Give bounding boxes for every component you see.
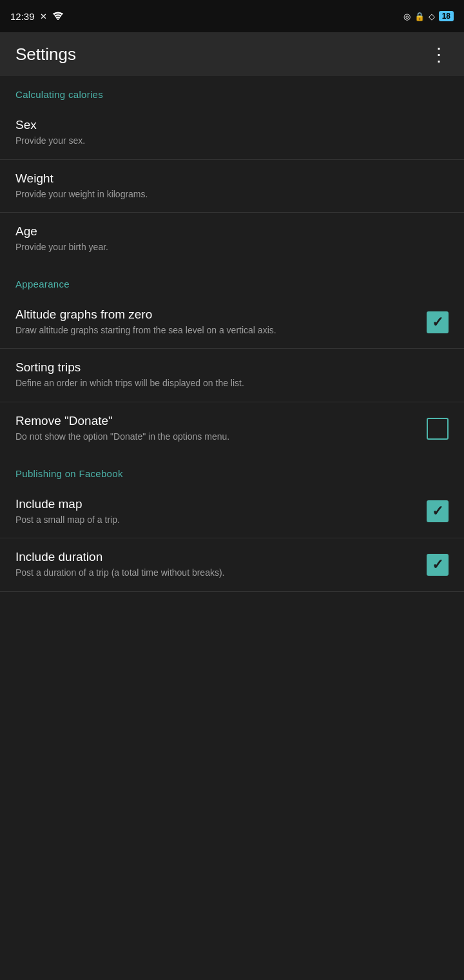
checkmark-icon: ✓ — [432, 504, 443, 518]
status-left: 12:39 ✕ — [10, 11, 64, 22]
setting-text-age: Age Provide your birth year. — [15, 224, 449, 254]
setting-title-include-duration: Include duration — [15, 550, 416, 564]
page-title: Settings — [15, 44, 76, 64]
lock-icon: 🔒 — [414, 12, 425, 21]
status-bar: 12:39 ✕ ◎ 🔒 ◇ 18 — [0, 0, 464, 32]
setting-item-sex[interactable]: Sex Provide your sex. — [0, 106, 464, 160]
setting-text-altitude-graphs: Altitude graphs from zero Draw altitude … — [15, 308, 427, 337]
setting-desc-include-map: Post a small map of a trip. — [15, 514, 416, 527]
setting-title-sorting-trips: Sorting trips — [15, 360, 438, 375]
setting-text-weight: Weight Provide your weight in kilograms. — [15, 172, 449, 201]
section-appearance: Appearance Altitude graphs from zero Dra… — [0, 266, 464, 455]
close-icon: ✕ — [40, 12, 47, 21]
time-display: 12:39 — [10, 11, 35, 22]
battery-display: 18 — [439, 11, 454, 21]
setting-desc-remove-donate: Do not show the option "Donate" in the o… — [15, 431, 416, 444]
setting-item-weight[interactable]: Weight Provide your weight in kilograms. — [0, 160, 464, 213]
circle-icon: ◎ — [403, 12, 411, 21]
setting-item-age[interactable]: Age Provide your birth year. — [0, 213, 464, 266]
setting-text-include-duration: Include duration Post a duration of a tr… — [15, 550, 427, 580]
setting-item-remove-donate[interactable]: Remove "Donate" Do not show the option "… — [0, 402, 464, 455]
setting-desc-age: Provide your birth year. — [15, 241, 438, 254]
setting-title-age: Age — [15, 224, 438, 239]
section-publishing-facebook: Publishing on Facebook Include map Post … — [0, 455, 464, 592]
checkbox-include-duration[interactable]: ✓ — [427, 554, 449, 576]
setting-title-remove-donate: Remove "Donate" — [15, 414, 416, 428]
setting-desc-weight: Provide your weight in kilograms. — [15, 188, 438, 201]
setting-item-altitude-graphs[interactable]: Altitude graphs from zero Draw altitude … — [0, 296, 464, 349]
setting-title-weight: Weight — [15, 172, 438, 186]
setting-title-include-map: Include map — [15, 497, 416, 511]
setting-desc-sorting-trips: Define an order in which trips will be d… — [15, 377, 438, 390]
setting-desc-altitude-graphs: Draw altitude graphs starting from the s… — [15, 324, 416, 337]
setting-text-sex: Sex Provide your sex. — [15, 118, 449, 148]
setting-text-include-map: Include map Post a small map of a trip. — [15, 497, 427, 527]
setting-text-sorting-trips: Sorting trips Define an order in which t… — [15, 360, 449, 390]
section-header-publishing-facebook: Publishing on Facebook — [0, 455, 464, 485]
wifi-icon — [52, 11, 64, 22]
section-calculating-calories: Calculating calories Sex Provide your se… — [0, 76, 464, 266]
checkmark-icon: ✓ — [432, 315, 443, 329]
setting-item-sorting-trips[interactable]: Sorting trips Define an order in which t… — [0, 349, 464, 402]
checkbox-remove-donate[interactable] — [427, 418, 449, 440]
toolbar: Settings ⋮ — [0, 32, 464, 76]
setting-text-remove-donate: Remove "Donate" Do not show the option "… — [15, 414, 427, 444]
checkbox-include-map[interactable]: ✓ — [427, 500, 449, 522]
setting-title-altitude-graphs: Altitude graphs from zero — [15, 308, 416, 322]
checkbox-altitude-graphs[interactable]: ✓ — [427, 311, 449, 333]
setting-desc-sex: Provide your sex. — [15, 135, 438, 148]
setting-desc-include-duration: Post a duration of a trip (a total time … — [15, 567, 416, 580]
location-icon: ◇ — [429, 12, 435, 21]
setting-item-include-duration[interactable]: Include duration Post a duration of a tr… — [0, 538, 464, 592]
section-header-calculating-calories: Calculating calories — [0, 76, 464, 106]
setting-title-sex: Sex — [15, 118, 438, 132]
section-header-appearance: Appearance — [0, 266, 464, 296]
svg-point-0 — [57, 18, 58, 19]
status-right: ◎ 🔒 ◇ 18 — [403, 11, 454, 21]
setting-item-include-map[interactable]: Include map Post a small map of a trip. … — [0, 485, 464, 539]
overflow-menu-icon[interactable]: ⋮ — [430, 44, 449, 65]
settings-content: Calculating calories Sex Provide your se… — [0, 76, 464, 592]
checkmark-icon: ✓ — [432, 558, 443, 572]
